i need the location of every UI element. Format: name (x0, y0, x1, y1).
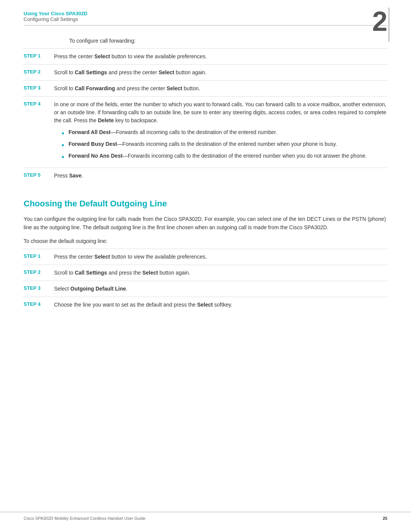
step-content: Select Outgoing Default Line. (54, 285, 387, 293)
step-content: Scroll to Call Forwarding and press the … (54, 85, 387, 93)
step-label: STEP 1 (24, 253, 54, 259)
step-keyword: STEP (24, 253, 38, 259)
step-keyword: STEP (24, 69, 38, 75)
section-to-text: To choose the default outgoing line: (24, 238, 387, 244)
chapter-tab-decoration (388, 8, 390, 42)
header-divider (24, 25, 387, 26)
call-forwarding-intro: To configure call forwarding: (69, 38, 387, 44)
bullet-text: Forward Busy Dest—Forwards incoming call… (68, 140, 337, 148)
bullet-icon: ■ (62, 154, 65, 160)
step-number: 1 (38, 53, 40, 59)
step-label: STEP 2 (24, 269, 54, 275)
footer-text: Cisco SPA302D Mobility Enhanced Cordless… (24, 516, 145, 521)
step-label: STEP 3 (24, 285, 54, 291)
bullet-list: ■ Forward All Dest—Forwards all incoming… (62, 128, 387, 160)
step-label: STEP 4 (24, 101, 54, 107)
step-row: STEP 1 Press the center Select button to… (24, 48, 387, 64)
section-intro: You can configure the outgoing line for … (24, 215, 387, 232)
step-keyword: STEP (24, 285, 38, 291)
bullet-icon: ■ (62, 130, 65, 136)
default-outgoing-section: Choosing the Default Outgoing Line You c… (24, 199, 387, 313)
header: Using Your Cisco SPA302D Configuring Cal… (0, 0, 411, 22)
section-heading: Choosing the Default Outgoing Line (24, 199, 387, 209)
step-number: 2 (38, 69, 40, 75)
call-forwarding-steps: STEP 1 Press the center Select button to… (24, 48, 387, 184)
step-keyword: STEP (24, 301, 38, 307)
step-content: Press the center Select button to view t… (54, 53, 387, 61)
step-keyword: STEP (24, 101, 38, 107)
step-row: STEP 2 Scroll to Call Settings and press… (24, 265, 387, 281)
step-content: Choose the line you want to set as the d… (54, 301, 387, 309)
section-title: Configuring Call Settings (24, 16, 387, 22)
step-row: STEP 4 In one or more of the fields, ent… (24, 96, 387, 168)
step-number: 4 (38, 101, 40, 107)
step-label: STEP 5 (24, 172, 54, 178)
list-item: ■ Forward All Dest—Forwards all incoming… (62, 128, 387, 136)
footer-page: 25 (383, 516, 387, 521)
step-content: Press the center Select button to view t… (54, 253, 387, 261)
step-row: STEP 3 Select Outgoing Default Line. (24, 281, 387, 297)
step-number: 3 (38, 85, 40, 91)
main-content: To configure call forwarding: STEP 1 Pre… (0, 38, 411, 313)
bullet-text: Forward All Dest—Forwards all incoming c… (68, 128, 277, 136)
step-label: STEP 2 (24, 69, 54, 75)
step-content: Scroll to Call Settings and press the ce… (54, 69, 387, 77)
step-number: 5 (38, 172, 40, 178)
step-keyword: STEP (24, 172, 38, 178)
list-item: ■ Forward No Ans Dest—Forwards incoming … (62, 152, 387, 160)
default-outgoing-steps: STEP 1 Press the center Select button to… (24, 249, 387, 313)
chapter-number: 2 (372, 8, 387, 35)
step-number: 3 (38, 285, 40, 291)
step-row: STEP 1 Press the center Select button to… (24, 249, 387, 265)
step-label: STEP 3 (24, 85, 54, 91)
step-row: STEP 5 Press Save. (24, 168, 387, 184)
step-label: STEP 4 (24, 301, 54, 307)
step-row: STEP 3 Scroll to Call Forwarding and pre… (24, 80, 387, 96)
step-number: 1 (38, 253, 40, 259)
step-label: STEP 1 (24, 53, 54, 59)
step-content: Press Save. (54, 172, 387, 180)
step-row: STEP 4 Choose the line you want to set a… (24, 297, 387, 313)
step-keyword: STEP (24, 85, 38, 91)
step-keyword: STEP (24, 53, 38, 59)
bullet-icon: ■ (62, 142, 65, 148)
bullet-text: Forward No Ans Dest—Forwards incoming ca… (68, 152, 367, 160)
chapter-title: Using Your Cisco SPA302D (24, 11, 387, 16)
page-container: Using Your Cisco SPA302D Configuring Cal… (0, 0, 411, 532)
list-item: ■ Forward Busy Dest—Forwards incoming ca… (62, 140, 387, 148)
step-content: In one or more of the fields, enter the … (54, 101, 387, 164)
step-number: 2 (38, 269, 40, 275)
footer: Cisco SPA302D Mobility Enhanced Cordless… (0, 512, 411, 521)
step-keyword: STEP (24, 269, 38, 275)
step-number: 4 (38, 301, 40, 307)
step-content: Scroll to Call Settings and press the Se… (54, 269, 387, 277)
step-row: STEP 2 Scroll to Call Settings and press… (24, 64, 387, 80)
